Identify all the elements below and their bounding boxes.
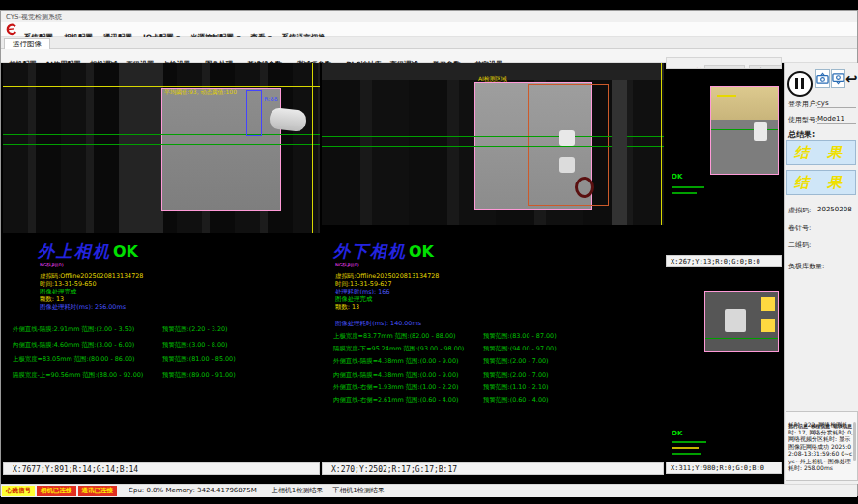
ng-thumbnail-top[interactable]: OK — [666, 69, 782, 255]
elapsed-line: 图像处理耗时(ms): 256.00ms — [40, 303, 143, 311]
ai-overlay-label: AI检测区域 — [478, 75, 507, 84]
camera-result-link-0[interactable]: 上相机1检测结果 — [272, 485, 323, 497]
roi-label: R:88 — [264, 96, 278, 103]
title-bar[interactable]: CYS-视觉检测系统 — [1, 11, 857, 22]
qr-code-label: 二维码: — [788, 240, 811, 250]
threshold-overlay-text: 平均阈值:93, 动态阈值:100 — [164, 88, 237, 97]
thumbnail-bottom-pixel-readout: X:311;Y:980;R:0;G:0;B:0 — [666, 462, 782, 474]
upper-result-heading: 外上相机OK — [38, 240, 138, 263]
camera-down-icon — [832, 72, 844, 85]
main-view: R:88 平均阈值:93, 动态阈值:100 外上相机OK NG队列(0) 虚拟… — [1, 63, 784, 484]
measurement-row: 外侧直线-隔膜:2.91mm 范围:(2.00 - 3.50)预警范围:(2.2… — [13, 325, 317, 341]
ng-thumbnail-bottom[interactable]: OK — [666, 267, 782, 462]
machine-column — [119, 63, 163, 233]
result-box-lower: 结 果 — [786, 170, 856, 195]
measurement-value: 内侧直线-隔膜=4.38mm 范围:(0.00 - 9.00) — [333, 371, 458, 379]
tab-strip: 运行图像 — [1, 37, 857, 49]
anode-count-label: 负极库数量: — [788, 262, 824, 271]
measurement-value: 上极宽度=83.05mm 范围:(80.00 - 86.00) — [13, 355, 135, 364]
measurement-warn-range: 预警范围:(2.00 - 7.00) — [483, 371, 549, 379]
camera-upper-button[interactable] — [815, 69, 830, 88]
status-badge-1: 相机已连接 — [37, 486, 76, 496]
camera-result-link-1[interactable]: 下相机1检测结果 — [332, 485, 384, 497]
ng-display-label: NG结果显示 — [669, 67, 701, 69]
cell-roi-rect — [161, 88, 281, 211]
thumbnail-top-image[interactable] — [710, 86, 779, 175]
thumbnail-bottom-image[interactable] — [704, 291, 779, 352]
camera-lower-button[interactable] — [831, 69, 845, 88]
window-title: CYS-视觉检测系统 — [6, 13, 62, 22]
needle-number-label: 卷针号: — [788, 223, 811, 233]
camera-name: 外下相机 — [333, 241, 407, 261]
measurement-warn-range: 预警范围:(89.00 - 91.00) — [162, 371, 236, 379]
ng-display-tab-0[interactable]: 所有内容展示 — [704, 65, 745, 69]
machine-column — [612, 80, 627, 225]
measurement-warn-range: 预警范围:(81.00 - 85.00) — [162, 355, 236, 364]
measurement-value: 内侧直线-右侧=2.61mm 范围:(0.60 - 4.00) — [333, 396, 458, 405]
model-value[interactable]: Mode11 — [817, 115, 856, 124]
measure-line — [705, 338, 778, 339]
blue-roi-rect — [246, 90, 262, 136]
app-logo-icon — [5, 23, 18, 36]
measurement-value: 外侧直线-右侧=1.93mm 范围:(1.00 - 2.20) — [333, 383, 458, 392]
reflection-spot — [754, 122, 767, 141]
thumbnail-ok-label: OK — [672, 430, 682, 437]
elapsed-line: 图像处理耗时(ms): 140.00ms — [335, 320, 421, 327]
upper-measurement-list: 外侧直线-隔膜:2.91mm 范围:(2.00 - 3.50)预警范围:(2.2… — [13, 325, 317, 385]
runtime-info-panel[interactable]: 运行信息线程信息错误信息 耗时: 222, 网络检测耗时: 17, 网络分发耗时… — [786, 411, 858, 481]
measurement-row: 上极宽度=83.77mm 范围:(82.00 - 88.00)预警范围:(83.… — [333, 332, 657, 345]
pause-button[interactable] — [787, 71, 813, 97]
status-ok: OK — [409, 242, 434, 261]
ng-display-tab-1[interactable]: 故障内容展示 — [749, 65, 782, 69]
measurement-warn-range: 预警范围:(94.00 - 97.00) — [483, 345, 557, 353]
sidebar: ↩ 登录用户: cys 使用型号: Mode11 总结果: 结 果 结 果 虚拟… — [784, 63, 858, 484]
upper-pixel-readout: X:7677;Y:891;R:14;G:14;B:14 — [3, 462, 320, 475]
barcode-line: 虚拟码:Offline2025020813134728 — [335, 272, 439, 280]
lower-result-lines: 虚拟码:Offline2025020813134728 时间:13-31-59-… — [335, 272, 439, 311]
measurement-warn-range: 预警范围:(83.00 - 87.00) — [483, 332, 557, 341]
measure-line — [3, 144, 320, 145]
measurement-row: 内侧直线-隔膜:4.60mm 范围:(3.00 - 6.00)预警范围:(3.0… — [13, 341, 317, 356]
status-ok: OK — [113, 242, 138, 261]
cell-region — [711, 87, 778, 120]
lower-camera-image[interactable]: AI检测区域 — [322, 63, 664, 225]
measurement-row: 内侧直线-右侧=2.61mm 范围:(0.60 - 4.00)预警范围:(0.6… — [333, 396, 657, 408]
highlight-spot — [761, 297, 775, 311]
queue-note: NG队列(0) — [40, 262, 64, 267]
result-text-mark — [672, 192, 697, 194]
scrollbar[interactable] — [853, 422, 856, 461]
reflection-spot — [559, 157, 575, 173]
pause-icon — [795, 78, 798, 89]
measure-line — [3, 134, 320, 135]
roi-boundary-line — [312, 63, 313, 233]
lower-result-heading: 外下相机OK — [333, 240, 434, 263]
virtual-code-label: 虚拟码: — [788, 206, 811, 215]
status-badge-0: 心跳信号 — [2, 486, 35, 496]
camera-result-links: 上相机1检测结果下相机1检测结果 — [262, 485, 385, 503]
result-text-mark — [672, 453, 701, 455]
result-text-mark — [672, 186, 704, 188]
app-window: CYS-视觉检测系统 系统配置相机配置通讯配置IO卡配置 ▾光源控制配置 ▾查看… — [0, 10, 858, 496]
thumbnail-top-pixel-readout: X:267;Y:13;R:0;G:0;B:0 — [666, 255, 782, 267]
upper-camera-panel[interactable]: R:88 平均阈值:93, 动态阈值:100 外上相机OK NG队列(0) 虚拟… — [3, 63, 320, 475]
status-bar: 心跳信号相机已连接通讯已连接 Cpu: 0.0% Memory: 3424.41… — [1, 484, 857, 497]
roi-boundary-line — [661, 63, 662, 225]
measurement-row: 隔膜宽度-下=95.24mm 范围:(93.00 - 98.00)预警范围:(9… — [333, 345, 657, 357]
thumbnail-ok-label: OK — [672, 173, 682, 181]
return-arrow-icon[interactable]: ↩ — [845, 70, 858, 88]
menu-bar: 系统配置相机配置通讯配置IO卡配置 ▾光源控制配置 ▾查看 ▾系统语言切换 — [1, 22, 857, 37]
measure-line — [711, 129, 778, 130]
lower-pixel-readout: X:270;Y:2502;R:17;G:17;B:17 — [322, 462, 664, 475]
measurement-warn-range: 预警范围:(2.20 - 3.20) — [162, 325, 228, 334]
upper-result-lines: 虚拟码:Offline2025020813134728 时间:13-31-59-… — [40, 272, 143, 311]
measurement-row: 外侧直线-隔膜=4.38mm 范围:(0.00 - 9.00)预警范围:(2.0… — [333, 357, 657, 370]
reflection-spot — [725, 309, 746, 332]
measurement-value: 隔膜宽度-下=95.24mm 范围:(93.00 - 98.00) — [333, 345, 464, 353]
login-user-value[interactable]: cys — [817, 99, 856, 108]
ng-display-header: NG结果显示所有内容展示故障内容展示 — [666, 57, 782, 69]
virtual-code-value: 20250208 — [817, 206, 856, 213]
lower-camera-panel[interactable]: AI检测区域 外下相机OK NG队列(0) 虚拟码:Offline2025020… — [322, 63, 664, 475]
total-result-label: 总结果: — [788, 129, 815, 140]
upper-camera-image[interactable]: R:88 平均阈值:93, 动态阈值:100 — [3, 63, 320, 233]
done-line: 图像处理完成 — [40, 288, 143, 295]
